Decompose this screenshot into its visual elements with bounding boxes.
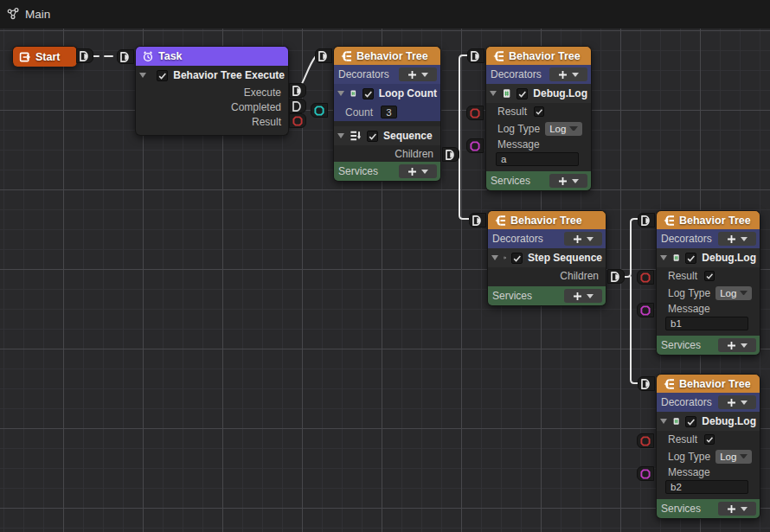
log-type-dropdown[interactable]: Log: [715, 450, 752, 464]
debuglog-checkbox[interactable]: [517, 88, 528, 99]
exec-pin-icon: [640, 378, 652, 390]
start-title: Start: [35, 51, 60, 63]
message-input[interactable]: b1: [665, 317, 748, 330]
add-service-button[interactable]: [718, 502, 756, 516]
log-type-value: Log: [549, 124, 566, 134]
dropdown-caret-icon: [421, 170, 428, 174]
collapse-triangle-icon[interactable]: [337, 133, 344, 138]
bt5-result-pin[interactable]: [637, 433, 654, 448]
message-pin-icon: [639, 468, 651, 480]
check-icon: [686, 417, 696, 426]
graph-title: Main: [25, 8, 50, 21]
behavior-tree-icon: [663, 215, 675, 227]
task-result-pin[interactable]: [289, 113, 306, 128]
collapse-triangle-icon[interactable]: [660, 419, 667, 424]
message-label: Message: [497, 138, 540, 151]
enter-icon: [19, 51, 31, 63]
node-behavior-tree-5[interactable]: Behavior Tree Decorators Debug.Log Resul…: [656, 374, 760, 519]
decorators-label: Decorators: [338, 68, 389, 80]
exec-pin-icon: [445, 149, 457, 161]
node-start[interactable]: Start: [12, 46, 78, 67]
task-completed-pin[interactable]: [289, 99, 306, 113]
collapse-triangle-icon[interactable]: [490, 91, 497, 96]
collapse-triangle-icon[interactable]: [337, 91, 344, 96]
script-icon: [502, 87, 511, 99]
bt5-message-pin[interactable]: [637, 466, 654, 481]
add-decorator-button[interactable]: [718, 232, 756, 246]
exec-pin-icon: [472, 215, 484, 227]
bt1-exec-in-pin[interactable]: [315, 48, 332, 63]
add-service-button[interactable]: [549, 174, 587, 188]
node-behavior-tree-3[interactable]: Behavior Tree Decorators Step Sequence C…: [487, 210, 606, 306]
check-icon: [517, 89, 527, 99]
dropdown-caret-icon: [572, 73, 579, 77]
node-task[interactable]: Task Behavior Tree Execute Execute Compl…: [135, 46, 289, 136]
bt4-message-pin[interactable]: [637, 303, 654, 317]
composite-name: Sequence: [383, 130, 433, 142]
dropdown-caret-icon: [741, 401, 748, 405]
collapse-triangle-icon[interactable]: [660, 255, 667, 260]
task-execute-pin[interactable]: [289, 83, 306, 98]
decorators-label: Decorators: [492, 233, 543, 245]
bt2-result-pin[interactable]: [466, 106, 484, 120]
bt1-children-out-pin[interactable]: [442, 147, 459, 162]
result-pin-icon: [292, 115, 304, 127]
bt1-count-pin[interactable]: [311, 103, 328, 118]
count-input[interactable]: 3: [381, 106, 397, 119]
log-type-dropdown[interactable]: Log: [545, 122, 582, 136]
node-behavior-tree-2[interactable]: Behavior Tree Decorators Debug.Log Resul…: [485, 46, 592, 191]
bt3-exec-in-pin[interactable]: [469, 213, 486, 228]
bt4-exec-in-pin[interactable]: [638, 213, 655, 228]
message-label: Message: [668, 466, 710, 478]
node-behavior-tree-1[interactable]: Behavior Tree Decorators Loop Count Coun…: [333, 46, 441, 182]
bt5-exec-in-pin[interactable]: [638, 376, 655, 391]
exec-pin-icon: [318, 50, 330, 62]
add-decorator-button[interactable]: [399, 67, 437, 81]
add-decorator-button[interactable]: [549, 67, 587, 81]
task-exec-in-pin[interactable]: [117, 49, 134, 64]
debuglog-checkbox[interactable]: [685, 253, 696, 264]
log-type-dropdown[interactable]: Log: [715, 286, 752, 300]
result-checkbox[interactable]: [704, 271, 715, 281]
add-service-button[interactable]: [399, 164, 437, 178]
behavior-tree-icon: [494, 215, 506, 227]
bt2-exec-in-pin[interactable]: [467, 48, 484, 63]
exec-pin-icon: [640, 215, 652, 227]
step-sequence-checkbox[interactable]: [511, 253, 523, 264]
plus-icon: [573, 234, 582, 244]
completed-pin-label: Completed: [231, 100, 281, 115]
result-checkbox[interactable]: [534, 106, 544, 117]
bt2-message-pin[interactable]: [466, 138, 484, 153]
dropdown-caret-icon: [741, 507, 748, 511]
message-pin-icon: [469, 140, 481, 152]
sequence-checkbox[interactable]: [367, 131, 378, 142]
debuglog-checkbox[interactable]: [685, 416, 696, 427]
add-service-button[interactable]: [564, 289, 602, 303]
add-decorator-button[interactable]: [718, 395, 756, 409]
plus-icon: [407, 70, 417, 80]
exec-pin-icon: [292, 100, 304, 112]
add-decorator-button[interactable]: [564, 232, 602, 246]
add-service-button[interactable]: [718, 338, 756, 352]
start-out-pin[interactable]: [76, 48, 93, 63]
loop-count-checkbox[interactable]: [363, 88, 374, 99]
collapse-triangle-icon[interactable]: [491, 255, 498, 260]
node-behavior-tree-4[interactable]: Behavior Tree Decorators Debug.Log Resul…: [656, 210, 760, 356]
dropdown-caret-icon: [741, 237, 748, 241]
execute-pin-label: Execute: [244, 85, 281, 100]
bt4-result-pin[interactable]: [637, 270, 654, 285]
sequence-icon: [350, 130, 362, 142]
task-enabled-checkbox[interactable]: [157, 70, 168, 81]
message-input[interactable]: a: [496, 152, 579, 166]
step-sequence-icon: [504, 252, 506, 264]
bt3-children-out-pin[interactable]: [607, 269, 625, 284]
message-input[interactable]: b2: [665, 480, 748, 494]
behavior-tree-icon: [492, 50, 504, 62]
check-icon: [705, 272, 714, 280]
collapse-triangle-icon[interactable]: [139, 73, 146, 78]
log-type-value: Log: [720, 288, 736, 298]
decorators-label: Decorators: [661, 233, 712, 245]
check-icon: [512, 253, 522, 263]
result-checkbox[interactable]: [704, 434, 715, 445]
decorator-name: Loop Count: [379, 87, 437, 99]
